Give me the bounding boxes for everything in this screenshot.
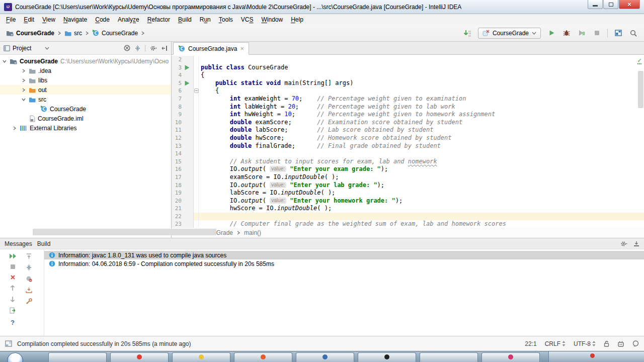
code-line-18[interactable]: 18 IO.output( value: "Enter your lab gra… [172,182,644,190]
close-button[interactable]: × [619,0,640,9]
help-icon[interactable]: ? [11,319,15,326]
gear-icon[interactable] [150,45,157,51]
system-tray[interactable] [548,351,644,362]
code-line-10[interactable]: 10 double examScore; // Examination scor… [172,119,644,127]
code-line-13[interactable]: 13 double finalGrade; // Final grade obt… [172,142,644,150]
taskbar-button[interactable] [420,352,478,362]
tree-item-coursegrade[interactable]: CCourseGrade [0,104,171,114]
collapse-all-icon[interactable] [135,45,140,51]
locate-file-icon[interactable] [124,45,130,51]
tree-item-src[interactable]: src [0,95,171,104]
menu-window[interactable]: Window [257,15,287,24]
run-gutter-icon[interactable] [184,80,190,86]
expand-all-icon[interactable] [26,253,32,259]
lock-icon[interactable] [604,340,609,347]
menu-help[interactable]: Help [287,15,307,24]
code-line-8[interactable]: 8 int labWeight = 20; // Percentage weig… [172,103,644,111]
status-message[interactable]: Compilation completed successfully in 20… [17,340,191,347]
menu-file[interactable]: File [2,15,20,24]
menu-vcs[interactable]: VCS [237,15,258,24]
export-icon[interactable] [10,307,16,314]
code-line-11[interactable]: 11 double labScore; // Lab score obtaine… [172,126,644,134]
stop-button[interactable] [592,29,601,38]
chevron-right-icon[interactable] [21,88,26,92]
toolwindow-switcher-icon[interactable] [5,340,12,347]
menu-view[interactable]: View [38,15,59,24]
hide-panel-icon[interactable] [633,241,639,247]
tree-item--idea[interactable]: .idea [0,66,171,75]
up-icon[interactable] [10,285,15,291]
code-line-5[interactable]: 5 public static void main(String[] args) [172,79,644,87]
taskbar-button[interactable] [172,352,230,362]
run-button[interactable] [547,29,556,38]
run-configuration-select[interactable]: CourseGrade [478,28,541,39]
horizontal-scrollbar[interactable] [33,229,216,235]
menu-navigate[interactable]: Navigate [59,15,91,24]
code-line-4[interactable]: 4{ [172,71,644,79]
taskbar-button[interactable] [48,352,107,362]
breadcrumb-segment[interactable]: main() [244,229,261,236]
menu-refactor[interactable]: Refactor [143,15,174,24]
breadcrumb-coursegrade[interactable]: CCourseGrade [92,30,138,37]
chevron-right-icon[interactable] [12,126,17,130]
message-row[interactable]: Information: javac 1.8.0_131 was used to… [44,251,644,259]
taskbar-button[interactable] [234,352,292,362]
gear-icon[interactable] [620,241,627,247]
stop-icon[interactable] [10,264,16,269]
code-line-7[interactable]: 7 int examWeight = 70; // Percentage wei… [172,95,644,103]
message-row[interactable]: Information: 04.06.2018 6:59 - Compilati… [44,259,644,268]
maximize-button[interactable] [603,0,618,9]
code-line-9[interactable]: 9 int hwWeight = 10; // Percentage weigh… [172,111,644,119]
hector-inspector-icon[interactable] [617,340,624,347]
taskbar-button[interactable] [358,352,416,362]
chevron-down-icon[interactable] [2,59,7,63]
breadcrumb-coursegrade[interactable]: CourseGrade [6,30,54,37]
code-line-12[interactable]: 12 double hwScore; // Homework score obt… [172,134,644,142]
breadcrumb-src[interactable]: src [64,30,82,37]
project-structure-icon[interactable] [614,29,623,38]
minimize-button[interactable] [588,0,603,9]
run-gutter-icon[interactable] [184,65,190,70]
hide-info-icon[interactable] [26,276,32,282]
tree-item-coursegrade[interactable]: CourseGrade C:\Users\user\Work\Курсы\Ude… [0,56,171,66]
menu-edit[interactable]: Edit [20,15,38,24]
code-line-3[interactable]: 3public class CourseGrade [172,64,644,72]
tree-item-external-libraries[interactable]: External Libraries [0,123,171,133]
editor-vertical-scrollbar[interactable] [638,71,643,108]
start-button[interactable] [7,352,23,362]
tree-item-coursegrade-iml[interactable]: CourseGrade.iml [0,114,171,123]
import-icon[interactable] [26,287,32,293]
menu-analyze[interactable]: Analyze [114,15,143,24]
search-everywhere-icon[interactable] [629,29,638,38]
inspection-ok-icon[interactable]: ✓ [637,57,641,64]
line-ending-select[interactable]: CRLF [545,340,566,347]
code-line-23[interactable]: 23 // Computer final grade as the weight… [172,220,644,228]
collapse-all-icon[interactable] [26,264,32,270]
menu-run[interactable]: Run [196,15,215,24]
rerun-icon[interactable] [9,253,17,259]
tab-close-icon[interactable]: × [240,46,244,51]
chevron-right-icon[interactable] [21,69,26,73]
code-line-17[interactable]: 17 examScore = IO.inputDouble( ); [172,173,644,182]
caret-position[interactable]: 22:1 [525,340,536,347]
code-line-16[interactable]: 16 IO.output( value: "Enter your exam gr… [172,165,644,173]
menu-build[interactable]: Build [174,15,196,24]
tab-coursegrade-java[interactable]: C CourseGrade.java × [173,42,249,55]
code-line-2[interactable]: 2 [172,56,644,64]
close-icon[interactable] [10,275,16,280]
code-line-14[interactable]: 14 [172,150,644,158]
feedback-icon[interactable] [632,340,639,347]
wrench-icon[interactable] [26,298,32,305]
code-line-15[interactable]: 15 // Ask student to input scores for ex… [172,158,644,166]
hide-panel-icon[interactable] [162,45,168,51]
taskbar-button[interactable] [110,352,169,362]
taskbar-button[interactable] [296,352,354,362]
down-icon[interactable] [10,296,15,302]
encoding-select[interactable]: UTF-8 [574,340,596,347]
debug-button[interactable] [562,29,571,38]
chevron-right-icon[interactable] [21,78,26,82]
code-line-21[interactable]: 21 hwScore = IO.inputDouble( ); [172,205,644,213]
code-line-20[interactable]: 20 IO.output( value: "Enter your homewor… [172,197,644,205]
vcs-update-icon[interactable]: 011001 [463,29,472,38]
menu-code[interactable]: Code [91,15,114,24]
